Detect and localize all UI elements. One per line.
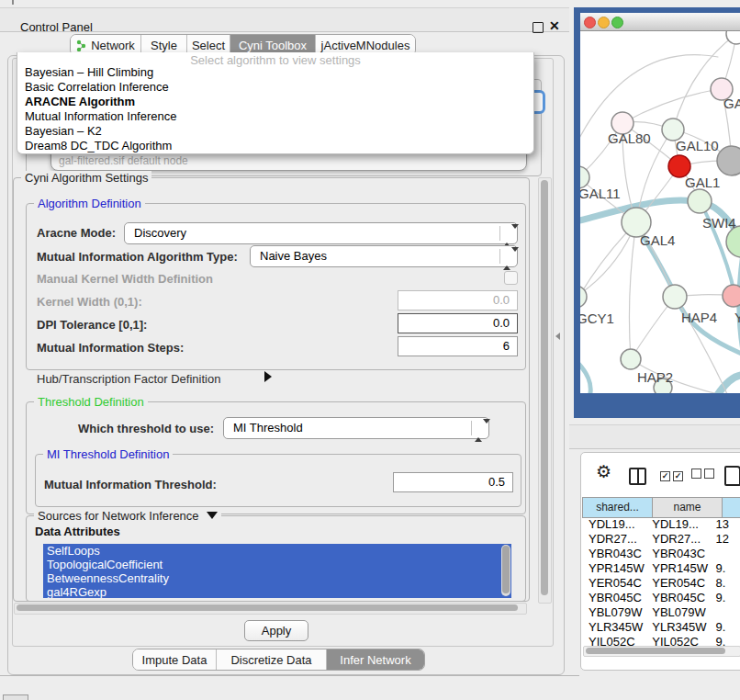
minimize-traffic-light-icon[interactable] xyxy=(598,17,610,28)
table-row[interactable]: YLR345WYLR345W9. xyxy=(582,620,740,635)
attribute-item[interactable]: gal4RGexp xyxy=(43,585,511,598)
table-row[interactable]: YBL079WYBL079W xyxy=(582,605,740,620)
network-node[interactable] xyxy=(663,285,687,309)
expand-right-icon[interactable] xyxy=(264,371,272,382)
mi-algorithm-type-combobox[interactable]: Naive Bayes xyxy=(250,245,518,267)
column-header[interactable]: shared... xyxy=(582,497,652,518)
table-cell: YBR043C xyxy=(582,547,645,561)
horizontal-scrollbar[interactable] xyxy=(14,603,527,615)
algorithm-option[interactable]: Basic Correlation Inference xyxy=(17,80,533,95)
tab-label: Select xyxy=(192,39,225,52)
tab-discretize-data[interactable]: Discretize Data xyxy=(217,649,327,670)
collapsed-panel-icon[interactable] xyxy=(3,694,28,700)
table-row[interactable]: YPR145WYPR145W9. xyxy=(582,561,740,576)
control-panel-title: Control Panel xyxy=(20,20,93,34)
vertical-scrollbar[interactable] xyxy=(538,177,552,604)
table-cell: 12 xyxy=(710,532,740,547)
table-cell: YER054C xyxy=(582,576,645,591)
document-icon[interactable] xyxy=(724,466,740,486)
combo-value: Naive Bayes xyxy=(260,249,327,263)
dpi-tolerance-field[interactable]: 0.0 xyxy=(398,313,518,333)
spinner-arrows-icon[interactable] xyxy=(499,249,514,264)
node-label: GAL80 xyxy=(608,130,651,146)
algorithm-option[interactable]: Bayesian – K2 xyxy=(17,124,533,139)
spinner-arrows-icon[interactable] xyxy=(499,226,514,241)
table-row[interactable]: YDL19...YDL19...13 xyxy=(582,517,740,532)
algorithm-option[interactable]: Mutual Information Inference xyxy=(17,109,533,124)
collapse-down-icon[interactable] xyxy=(207,512,218,519)
network-node[interactable] xyxy=(717,146,740,175)
table-row[interactable]: YDR27...YDR27...12 xyxy=(582,532,740,547)
split-columns-icon[interactable] xyxy=(629,468,646,485)
table-cell xyxy=(710,605,740,620)
close-icon[interactable]: ✕ xyxy=(549,18,560,33)
spinner-arrows-icon[interactable] xyxy=(471,421,486,435)
attribute-item[interactable]: TopologicalCoefficient xyxy=(43,558,511,571)
which-threshold-combobox[interactable]: MI Threshold xyxy=(223,417,489,439)
tab-label: Cyni Toolbox xyxy=(239,39,307,52)
table-scrollbar-thumb[interactable] xyxy=(586,648,725,654)
node-label: GAL1 xyxy=(685,175,720,190)
kernel-width-field[interactable]: 0.0 xyxy=(398,290,518,310)
aracne-mode-combobox[interactable]: Discovery xyxy=(124,222,518,244)
table-row[interactable]: YBR045CYBR045C9. xyxy=(582,591,740,605)
attribute-item[interactable]: BetweennessCentrality xyxy=(43,571,511,585)
table-horizontal-scrollbar[interactable] xyxy=(583,646,740,657)
select-all-icon[interactable]: ✓✓ xyxy=(660,468,683,481)
float-window-icon[interactable] xyxy=(533,22,544,33)
node-label: SWI4 xyxy=(702,215,736,231)
mi-threshold-field[interactable]: 0.5 xyxy=(393,472,513,492)
network-canvas[interactable]: GALGAL80GAL10GAL1GAL11SWI4GAL4GCY1HAP4YH… xyxy=(580,31,740,393)
network-edge[interactable] xyxy=(629,222,636,359)
algorithm-dropdown-popup: Select algorithm to view settings Bayesi… xyxy=(17,52,534,154)
mi-steps-field[interactable]: 6 xyxy=(398,336,518,356)
application-screen: Control Panel ✕ Network Style Select Cyn… xyxy=(0,0,740,700)
vertical-scrollbar-thumb[interactable] xyxy=(541,180,548,595)
tab-impute-data[interactable]: Impute Data xyxy=(133,649,217,670)
network-node[interactable] xyxy=(723,285,740,307)
mi-steps-label: Mutual Information Steps: xyxy=(37,341,184,355)
splitpane-resize-icon[interactable] xyxy=(555,333,560,340)
column-header[interactable]: name xyxy=(652,497,722,518)
table-cell: 8. xyxy=(710,576,740,591)
node-label: GCY1 xyxy=(580,310,614,326)
network-node[interactable] xyxy=(726,226,740,257)
manual-kernel-checkbox[interactable] xyxy=(504,271,518,285)
table-row[interactable]: YBR043CYBR043C xyxy=(582,547,740,561)
network-selector-value: gal-filtered.sif default node xyxy=(59,154,188,167)
network-node[interactable] xyxy=(726,31,740,44)
algorithm-option[interactable]: ARACNE Algorithm xyxy=(17,95,533,109)
table-cell xyxy=(710,547,740,561)
gear-icon[interactable]: ⚙ xyxy=(596,461,611,482)
tab-label: Infer Network xyxy=(340,653,410,667)
table-panel: ⚙ ✓✓ shared...name YDL19...YDL19...13YDR… xyxy=(580,452,740,671)
zoom-traffic-light-icon[interactable] xyxy=(611,17,623,28)
algorithm-option[interactable]: Dream8 DC_TDC Algorithm xyxy=(17,139,533,153)
network-window-titlebar[interactable] xyxy=(580,13,740,31)
tab-label: Impute Data xyxy=(142,653,207,667)
column-header[interactable] xyxy=(722,497,740,518)
table-cell: YBR045C xyxy=(582,591,645,605)
network-node[interactable] xyxy=(688,189,712,213)
close-traffic-light-icon[interactable] xyxy=(584,17,596,28)
algorithm-option[interactable]: Bayesian – Hill Climbing xyxy=(17,65,533,80)
list-scrollbar-thumb[interactable] xyxy=(502,546,510,593)
group-title: Cyni Algorithm Settings xyxy=(21,171,151,185)
node-label: GAL10 xyxy=(676,138,719,153)
table-cell: YPR145W xyxy=(645,561,709,576)
mi-threshold-label: Mutual Information Threshold: xyxy=(44,478,217,491)
table-panel-titlebar: Table Panel xyxy=(569,424,740,449)
horizontal-scrollbar-thumb[interactable] xyxy=(17,604,518,611)
network-node[interactable] xyxy=(621,349,641,369)
control-panel-titlebar: Control Panel ✕ xyxy=(0,7,569,32)
deselect-all-icon[interactable] xyxy=(691,468,714,481)
table-rows: YDL19...YDL19...13YDR27...YDR27...12YBR0… xyxy=(582,517,740,646)
attribute-item[interactable]: SelfLoops xyxy=(43,544,511,558)
table-row[interactable]: YIL052CYIL052C9. xyxy=(582,635,740,646)
tab-infer-network[interactable]: Infer Network xyxy=(327,649,424,670)
table-row[interactable]: YER054CYER054C8. xyxy=(582,576,740,591)
table-cell: YBL079W xyxy=(645,605,709,620)
network-edge[interactable] xyxy=(580,358,590,393)
apply-button[interactable]: Apply xyxy=(244,620,308,641)
node-label: GAL xyxy=(723,96,740,111)
